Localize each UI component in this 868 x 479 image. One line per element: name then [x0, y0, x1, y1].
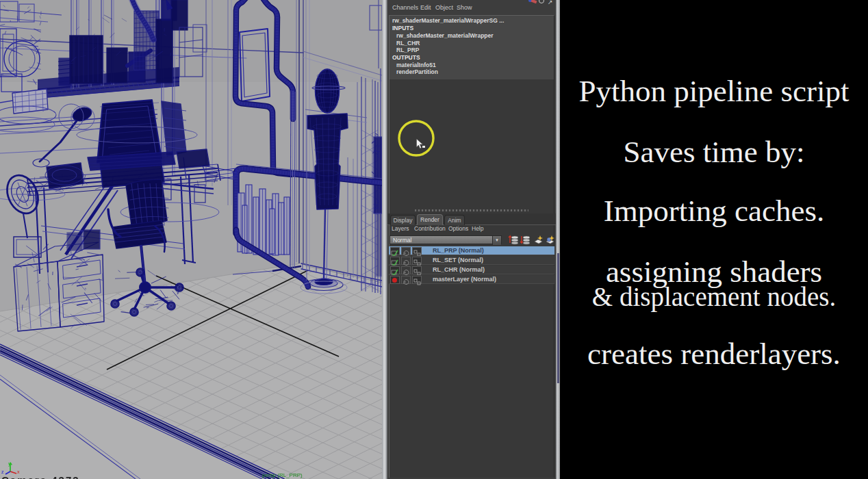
svg-text:z: z	[1, 469, 4, 474]
svg-text:x: x	[17, 469, 20, 474]
svg-text:Camera 4373 — —: Camera 4373 — —	[1, 474, 112, 479]
svg-text:persp (RL_PRP): persp (RL_PRP)	[262, 472, 303, 478]
svg-text:y: y	[8, 461, 11, 467]
